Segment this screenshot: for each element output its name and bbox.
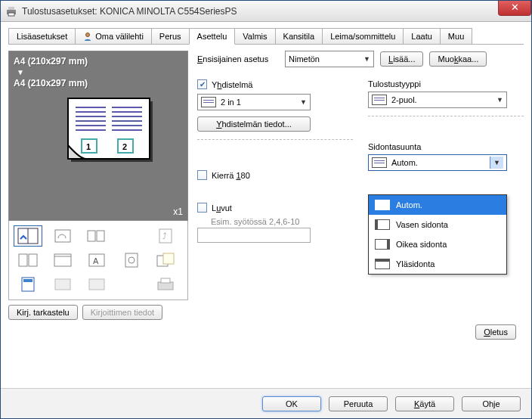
binding-left-icon xyxy=(375,219,390,230)
paper-preview-icon: 12 xyxy=(66,97,157,172)
svg-rect-29 xyxy=(19,254,27,266)
combine-checkbox[interactable]: ✔ xyxy=(197,79,207,89)
option-label: Oikea sidonta xyxy=(396,240,447,249)
client-area: Lisäasetukset Oma välilehti Perus Asette… xyxy=(1,22,531,388)
chevron-down-icon: ▼ xyxy=(496,96,503,104)
favorite-edit-button[interactable]: Muokkaa... xyxy=(429,51,487,67)
printtype-select[interactable]: 2-puol. ▼ xyxy=(368,92,507,108)
help-button[interactable]: Ohje xyxy=(462,396,521,411)
chapters-input[interactable] xyxy=(197,228,311,243)
chapters-checkbox[interactable] xyxy=(197,203,207,213)
svg-rect-30 xyxy=(29,254,37,266)
chevron-down-icon: ▼ xyxy=(490,157,503,169)
feature-thumbnails: ⤴ A xyxy=(8,221,188,300)
thumb-empty-2[interactable] xyxy=(117,274,146,295)
rotate-checkbox[interactable] xyxy=(197,170,207,180)
copy-count: x1 xyxy=(173,206,183,217)
tab-quality[interactable]: Laatu xyxy=(403,28,441,44)
thumb-empty-1[interactable] xyxy=(117,225,146,247)
tab-layout[interactable]: Asettelu xyxy=(189,28,236,45)
right-area: Ensisijainen asetus Nimetön ▼ Lisää... M… xyxy=(197,51,524,382)
col-right: Tulostustyyppi 2-puol. ▼ Sidontasuunta A… xyxy=(368,79,524,243)
thumb-color[interactable] xyxy=(14,274,42,295)
favorite-value: Nimetön xyxy=(289,54,320,64)
thumb-binding[interactable] xyxy=(48,250,77,271)
printtype-label: Tulostustyyppi xyxy=(368,79,524,88)
paper-src-label: A4 (210x297 mm) xyxy=(14,56,183,67)
tab-stamp[interactable]: Leima/sommittelu xyxy=(322,28,404,44)
settings-columns: ✔ Yhdistelmä 2 in 1 ▼ Yhdistelmän tiedot… xyxy=(197,79,524,243)
tab-covermode[interactable]: Kansitila xyxy=(275,28,323,44)
view-printer-button[interactable]: Kirj. tarkastelu xyxy=(8,305,78,320)
svg-text:⤴: ⤴ xyxy=(162,231,167,241)
binding-right-icon xyxy=(375,239,390,250)
thumb-duplex[interactable] xyxy=(14,250,42,271)
binding-auto-icon xyxy=(375,200,390,210)
thumb-overlay[interactable] xyxy=(151,250,180,271)
close-button[interactable]: ✕ xyxy=(498,1,531,16)
printer-icon xyxy=(5,5,17,17)
thumb-skip[interactable]: ⤴ xyxy=(151,225,180,247)
printer-info-button: Kirjoittimen tiedot xyxy=(82,305,162,320)
thumb-chapters[interactable] xyxy=(82,225,111,247)
binding-select[interactable]: Autom. ▼ xyxy=(368,154,507,171)
svg-rect-2 xyxy=(8,13,14,16)
tab-advanced[interactable]: Lisäasetukset xyxy=(8,28,76,44)
svg-text:2: 2 xyxy=(122,142,127,151)
tab-label: Oma välilehti xyxy=(95,32,144,41)
rotate-label: Kierrä 180 xyxy=(212,171,250,180)
favorite-select[interactable]: Nimetön ▼ xyxy=(285,51,374,67)
favorite-add-button[interactable]: Lisää... xyxy=(380,51,423,67)
svg-point-3 xyxy=(86,33,90,37)
tab-label: Valmis xyxy=(243,32,267,41)
print-settings-window: Tulostusasetukset: KONICA MINOLTA C554Se… xyxy=(0,0,532,419)
svg-rect-42 xyxy=(89,279,104,290)
arrow-down-icon: ▼ xyxy=(17,68,183,76)
svg-text:A: A xyxy=(93,256,99,265)
cancel-button[interactable]: Peruuta xyxy=(329,396,388,411)
svg-rect-26 xyxy=(97,231,104,241)
svg-rect-40 xyxy=(23,279,32,282)
svg-text:1: 1 xyxy=(86,142,91,151)
tab-label: Laatu xyxy=(411,32,432,41)
combine-row: ✔ Yhdistelmä xyxy=(197,79,353,89)
window-title: Tulostusasetukset: KONICA MINOLTA C554Se… xyxy=(22,6,527,17)
ok-button[interactable]: OK xyxy=(262,396,321,411)
tab-label: Asettelu xyxy=(197,32,227,41)
titlebar: Tulostusasetukset: KONICA MINOLTA C554Se… xyxy=(1,1,531,22)
divider xyxy=(368,116,524,116)
combine-value: 2 in 1 xyxy=(221,98,241,107)
divider xyxy=(197,139,353,140)
binding-option-auto[interactable]: Autom. xyxy=(369,195,506,215)
apply-button[interactable]: Käytä xyxy=(395,396,454,411)
thumb-stamp[interactable] xyxy=(117,250,146,271)
defaults-button[interactable]: Oletus xyxy=(475,324,516,340)
tab-finish[interactable]: Valmis xyxy=(234,28,275,44)
svg-rect-25 xyxy=(88,231,95,241)
combine-select[interactable]: 2 in 1 ▼ xyxy=(197,94,311,110)
col-left: ✔ Yhdistelmä 2 in 1 ▼ Yhdistelmän tiedot… xyxy=(197,79,353,243)
thumb-rotate[interactable] xyxy=(48,225,77,247)
rotate-row: Kierrä 180 xyxy=(197,170,353,180)
combine-details-button[interactable]: Yhdistelmän tiedot... xyxy=(197,116,311,132)
left-column: A4 (210x297 mm) ▼ A4 (210x297 mm) 12 xyxy=(8,51,188,382)
binding-option-left[interactable]: Vasen sidonta xyxy=(369,215,506,234)
tab-basic[interactable]: Perus xyxy=(151,28,190,44)
thumb-2in1[interactable] xyxy=(14,225,42,247)
tab-label: Perus xyxy=(159,32,181,41)
thumb-tray[interactable] xyxy=(151,274,180,295)
svg-rect-1 xyxy=(8,7,14,10)
thumb-misc-2[interactable] xyxy=(82,274,111,295)
thumb-font[interactable]: A xyxy=(82,250,111,271)
binding-option-top[interactable]: Yläsidonta xyxy=(369,254,506,274)
tab-other[interactable]: Muu xyxy=(440,28,472,44)
tab-label: Lisäasetukset xyxy=(17,32,67,41)
chevron-down-icon: ▼ xyxy=(363,55,370,63)
thumb-misc-1[interactable] xyxy=(48,274,77,295)
tab-mytab[interactable]: Oma välilehti xyxy=(75,28,152,44)
combine-label: Yhdistelmä xyxy=(212,80,252,89)
two-in-one-icon xyxy=(201,97,216,107)
binding-option-right[interactable]: Oikea sidonta xyxy=(369,234,506,254)
tab-label: Leima/sommittelu xyxy=(330,32,395,41)
chapters-label: Luvut xyxy=(212,203,232,213)
